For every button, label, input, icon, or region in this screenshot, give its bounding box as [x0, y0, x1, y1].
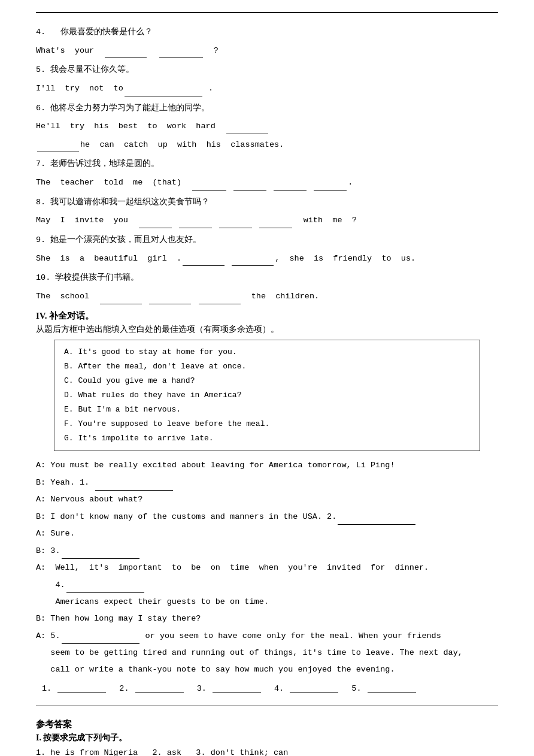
blank-q6-1[interactable]	[226, 118, 268, 134]
dialog-a3: A: Sure.	[36, 527, 498, 542]
answer-sub-title: I. 按要求完成下列句子。	[36, 733, 498, 743]
q7-chinese: 7. 老师告诉过我，地球是圆的。	[36, 156, 498, 172]
blank-dialog-4[interactable]	[66, 577, 144, 593]
option-a: A. It's good to stay at home for you.	[64, 345, 470, 359]
dialog-b3: B: 3.	[36, 543, 498, 559]
blank-dialog-5[interactable]	[62, 628, 139, 644]
blank-q8-2[interactable]	[179, 212, 212, 228]
blank-label-4: 4.	[274, 684, 339, 693]
q5-english: I'll try not to .	[36, 80, 498, 96]
dialog-a1: A: You must be really excited about leav…	[36, 458, 498, 473]
blank-q10-3[interactable]	[199, 288, 241, 304]
section4-desc: 从题后方框中选出能填入空白处的最佳选项（有两项多余选项）。	[36, 324, 498, 335]
section4: IV. 补全对话。 从题后方框中选出能填入空白处的最佳选项（有两项多余选项）。 …	[36, 310, 498, 693]
blank-answer-5[interactable]	[368, 684, 416, 693]
option-c: C. Could you give me a hand?	[64, 374, 470, 388]
blank-label-3: 3.	[197, 684, 262, 693]
blank-q7-2[interactable]	[233, 174, 266, 190]
blank-q10-2[interactable]	[149, 288, 191, 304]
question-4: 4. 你最喜爱的快餐是什么？ What's your ?	[36, 24, 498, 58]
question-10: 10. 学校提供孩子们书籍。 The school the children.	[36, 270, 498, 304]
question-5: 5. 我会尽量不让你久等。 I'll try not to .	[36, 62, 498, 96]
blank-q7-4[interactable]	[314, 174, 347, 190]
option-e: E. But I'm a bit nervous.	[64, 403, 470, 417]
blank-q9-2[interactable]	[232, 250, 274, 267]
dialog-b2: B: I don't know many of the customs and …	[36, 509, 498, 525]
q9-chinese: 9. 她是一个漂亮的女孩，而且对人也友好。	[36, 232, 498, 248]
blank-q5[interactable]	[125, 80, 202, 96]
blank-q4-1[interactable]	[105, 43, 147, 59]
q8-english: May I invite you with me ?	[36, 212, 498, 228]
dialog-a4-line2: 4.	[36, 577, 498, 593]
q10-chinese: 10. 学校提供孩子们书籍。	[36, 270, 498, 286]
dialog-a5-line2: seem to be getting tired and running out…	[36, 646, 498, 661]
blank-label-1: 1.	[42, 684, 107, 693]
blank-dialog-2[interactable]	[338, 509, 415, 525]
q5-chinese: 5. 我会尽量不让你久等。	[36, 62, 498, 78]
blanks-row: 1. 2. 3. 4. 5.	[36, 684, 498, 693]
question-9: 9. 她是一个漂亮的女孩，而且对人也友好。 She is a beautiful…	[36, 232, 498, 266]
blank-answer-1[interactable]	[57, 684, 106, 693]
blank-answer-2[interactable]	[135, 684, 184, 693]
option-d: D. What rules do they have in America?	[64, 388, 470, 403]
blank-q8-1[interactable]	[139, 212, 172, 228]
q6-english-line2: he can catch up with his classmates.	[36, 137, 498, 153]
answer-line-1: 1. he is from Nigeria 2. ask 3. don't th…	[36, 746, 498, 756]
blank-dialog-1[interactable]	[95, 475, 173, 491]
option-g: G. It's impolite to arrive late.	[64, 431, 470, 446]
options-box: A. It's good to stay at home for you. B.…	[54, 340, 480, 451]
blank-label-2: 2.	[119, 684, 184, 693]
dialog-a5-line1: A: 5. or you seem to have come only for …	[36, 628, 498, 644]
dialog-b4: B: Then how long may I stay there?	[36, 612, 498, 627]
dialog-a4-line1: A: Well, it's important to be on time wh…	[36, 561, 498, 576]
q9-english: She is a beautiful girl . , she is frien…	[36, 250, 498, 267]
top-border	[36, 12, 498, 13]
section4-title: IV. 补全对话。	[36, 310, 498, 322]
blank-q6-2[interactable]	[37, 137, 79, 153]
blank-answer-3[interactable]	[213, 684, 261, 693]
blank-dialog-3[interactable]	[62, 543, 139, 559]
blank-q9-1[interactable]	[183, 250, 224, 267]
blank-q4-2[interactable]	[159, 43, 203, 59]
dialog-a2: A: Nervous about what?	[36, 492, 498, 507]
answer-main-title: 参考答案	[36, 719, 498, 730]
dialog-b1: B: Yeah. 1.	[36, 475, 498, 491]
q10-english: The school the children.	[36, 288, 498, 304]
question-7: 7. 老师告诉过我，地球是圆的。 The teacher told me (th…	[36, 156, 498, 190]
question-6: 6. 他将尽全力努力学习为了能赶上他的同学。 He'll try his bes…	[36, 100, 498, 153]
question-8: 8. 我可以邀请你和我一起组织这次美食节吗？ May I invite you …	[36, 194, 498, 228]
blank-answer-4[interactable]	[290, 684, 338, 693]
option-f: F. You're supposed to leave before the m…	[64, 417, 470, 431]
blank-q10-1[interactable]	[100, 288, 142, 304]
option-b: B. After the meal, don't leave at once.	[64, 359, 470, 374]
q4-english: What's your ?	[36, 43, 498, 59]
q7-english: The teacher told me (that) .	[36, 174, 498, 190]
blank-label-5: 5.	[351, 684, 417, 693]
blank-q7-3[interactable]	[274, 174, 307, 190]
q6-chinese: 6. 他将尽全力努力学习为了能赶上他的同学。	[36, 100, 498, 116]
q6-english-line1: He'll try his best to work hard	[36, 118, 498, 134]
blank-q8-4[interactable]	[259, 212, 292, 228]
q8-chinese: 8. 我可以邀请你和我一起组织这次美食节吗？	[36, 194, 498, 210]
blank-q8-3[interactable]	[219, 212, 252, 228]
answer-section: 参考答案 I. 按要求完成下列句子。 1. he is from Nigeria…	[36, 705, 498, 756]
dialog-a5-line3: call or write a thank-you note to say ho…	[36, 663, 498, 678]
q4-chinese: 4. 你最喜爱的快餐是什么？	[36, 24, 498, 40]
blank-q7-1[interactable]	[192, 174, 226, 190]
dialog-a4-line3: Americans expect their guests to be on t…	[36, 595, 498, 610]
